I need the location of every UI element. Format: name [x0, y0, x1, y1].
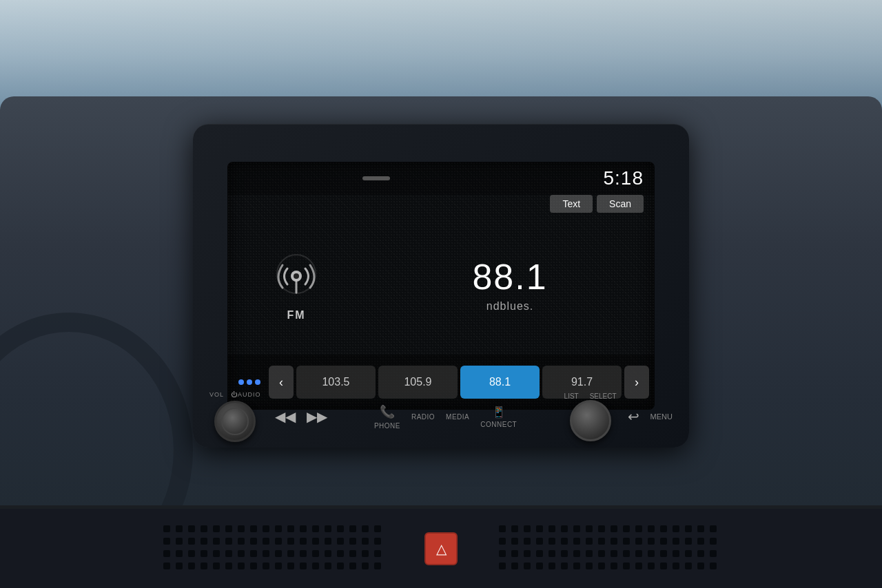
grill-hole: [561, 525, 568, 532]
grill-hole: [325, 525, 331, 532]
grill-hole: [511, 525, 518, 532]
grill-hole: [524, 550, 531, 557]
right-grill: [499, 525, 719, 571]
hazard-button[interactable]: △: [424, 532, 458, 565]
grill-hole: [188, 525, 195, 532]
grill-hole: [349, 563, 356, 569]
grill-hole: [511, 538, 518, 545]
grill-hole: [300, 550, 307, 557]
grill-hole: [337, 563, 344, 569]
grill-hole: [250, 550, 257, 557]
grill-hole: [201, 538, 207, 545]
grill-hole: [635, 563, 642, 569]
grill-hole: [349, 550, 356, 557]
grill-hole: [287, 550, 294, 557]
grill-hole: [648, 525, 655, 532]
grill-hole: [300, 563, 307, 569]
grill-hole: [250, 525, 257, 532]
connect-button[interactable]: 📱 CONNECT: [480, 406, 517, 428]
grill-hole: [660, 550, 667, 557]
grill-hole: [163, 563, 170, 569]
grill-hole: [163, 550, 170, 557]
left-grill: [163, 525, 383, 571]
grill-hole: [623, 563, 630, 569]
grill-hole: [673, 550, 679, 557]
grill-hole: [548, 563, 555, 569]
grill-hole: [374, 563, 381, 569]
screen-main-content: FM 88.1 ndblues.: [227, 217, 655, 355]
grill-hole: [312, 550, 319, 557]
grill-hole: [573, 538, 580, 545]
grill-hole: [548, 538, 555, 545]
grill-hole: [325, 563, 331, 569]
next-track-button[interactable]: ▶▶: [307, 408, 327, 425]
grill-hole: [648, 563, 655, 569]
grill-hole: [598, 550, 605, 557]
grill-hole: [374, 550, 381, 557]
grill-hole: [337, 538, 344, 545]
grill-hole: [213, 563, 220, 569]
grill-hole: [225, 550, 232, 557]
media-label: MEDIA: [446, 413, 469, 421]
grill-hole: [300, 525, 307, 532]
grill-hole: [623, 538, 630, 545]
select-knob[interactable]: [570, 400, 611, 441]
grill-hole: [287, 538, 294, 545]
screen-controls-row: Text Scan: [550, 195, 644, 213]
grill-hole: [362, 550, 369, 557]
grill-hole: [499, 563, 506, 569]
grill-hole: [374, 538, 381, 545]
vol-label: VOL: [209, 391, 224, 398]
grill-hole: [586, 563, 593, 569]
grill-hole: [213, 525, 220, 532]
grill-hole: [201, 563, 207, 569]
phone-button[interactable]: 📞 PHONE: [374, 404, 400, 430]
text-button[interactable]: Text: [550, 195, 593, 213]
grill-hole: [275, 538, 282, 545]
grill-hole: [635, 538, 642, 545]
grill-hole: [548, 525, 555, 532]
radio-button[interactable]: RADIO: [411, 413, 435, 421]
volume-knob[interactable]: [214, 401, 256, 442]
grill-hole: [611, 525, 617, 532]
grill-hole: [648, 538, 655, 545]
grill-hole: [337, 550, 344, 557]
grill-hole: [697, 525, 704, 532]
grill-hole: [710, 525, 717, 532]
grill-hole: [548, 550, 555, 557]
list-select-area: LIST SELECT: [564, 392, 617, 441]
grill-hole: [263, 538, 269, 545]
prev-track-button[interactable]: ◀◀: [275, 408, 296, 425]
grill-hole: [673, 525, 679, 532]
grill-hole: [524, 538, 531, 545]
grill-hole: [325, 538, 331, 545]
back-button[interactable]: ↩: [628, 408, 639, 425]
grill-hole: [685, 563, 692, 569]
grill-hole: [325, 550, 331, 557]
bottom-grill: △: [0, 509, 882, 588]
grill-hole: [586, 538, 593, 545]
grill-hole: [499, 550, 506, 557]
grill-hole: [312, 525, 319, 532]
grill-hole: [176, 525, 183, 532]
grill-hole: [561, 563, 568, 569]
grill-hole: [697, 538, 704, 545]
grill-hole: [511, 550, 518, 557]
grill-hole: [673, 538, 679, 545]
grill-hole: [648, 550, 655, 557]
grill-hole: [176, 550, 183, 557]
grill-hole: [660, 563, 667, 569]
grill-hole: [201, 525, 207, 532]
grill-hole: [611, 563, 617, 569]
media-button[interactable]: MEDIA: [446, 413, 469, 421]
grill-hole: [499, 538, 506, 545]
grill-hole: [685, 538, 692, 545]
grill-hole: [263, 563, 269, 569]
scan-button[interactable]: Scan: [597, 195, 644, 213]
grill-hole: [685, 525, 692, 532]
grill-hole: [188, 563, 195, 569]
grill-hole: [673, 563, 679, 569]
right-hardware-controls: LIST SELECT ↩ MENU: [564, 392, 673, 441]
phone-label: PHONE: [374, 422, 400, 430]
menu-button[interactable]: MENU: [650, 412, 673, 421]
